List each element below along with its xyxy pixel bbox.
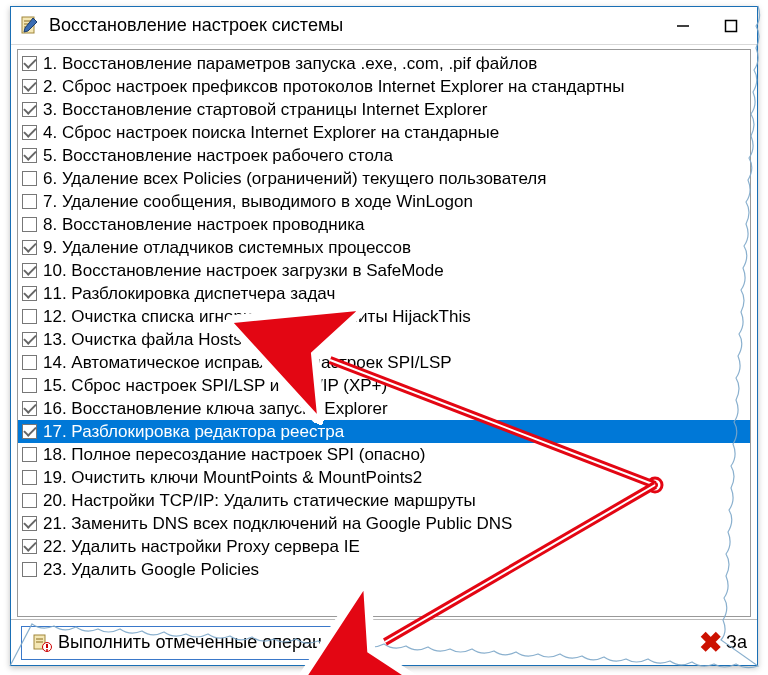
checklist-item-label: 9. Удаление отладчиков системных процесс… xyxy=(43,236,411,259)
checklist-item-label: 15. Сброс настроек SPI/LSP и TCP/IP (XP+… xyxy=(43,374,387,397)
checklist-item-label: 14. Автоматическое исправление настроек … xyxy=(43,351,452,374)
cancel-button[interactable]: ✖ За xyxy=(699,626,747,659)
checklist-item-label: 12. Очистка списка игнорирования утилиты… xyxy=(43,305,471,328)
checklist-item-label: 19. Очистить ключи MountPoints & MountPo… xyxy=(43,466,422,489)
checkbox[interactable] xyxy=(22,562,37,577)
checkbox[interactable] xyxy=(22,56,37,71)
checkbox[interactable] xyxy=(22,217,37,232)
checklist-item[interactable]: 12. Очистка списка игнорирования утилиты… xyxy=(18,305,750,328)
checklist-item-label: 3. Восстановление стартовой страницы Int… xyxy=(43,98,487,121)
checklist-item[interactable]: 18. Полное пересоздание настроек SPI (оп… xyxy=(18,443,750,466)
checkbox[interactable] xyxy=(22,539,37,554)
svg-rect-5 xyxy=(726,20,737,31)
checklist-item[interactable]: 11. Разблокировка диспетчера задач xyxy=(18,282,750,305)
title-bar: Восстановление настроек системы xyxy=(11,7,757,45)
checklist-item-label: 4. Сброс настроек поиска Internet Explor… xyxy=(43,121,499,144)
checkbox[interactable] xyxy=(22,286,37,301)
checklist-item[interactable]: 8. Восстановление настроек проводника xyxy=(18,213,750,236)
checklist-item-label: 23. Удалить Google Policies xyxy=(43,558,259,581)
checkbox[interactable] xyxy=(22,493,37,508)
cancel-label: За xyxy=(726,632,747,653)
checklist-item-label: 13. Очистка файла Hosts xyxy=(43,328,242,351)
checkbox[interactable] xyxy=(22,470,37,485)
checklist-item-label: 17. Разблокировка редактора реестра xyxy=(43,420,344,443)
checklist-item[interactable]: 23. Удалить Google Policies xyxy=(18,558,750,581)
checklist-item-label: 20. Настройки TCP/IP: Удалить статически… xyxy=(43,489,476,512)
checklist-item[interactable]: 21. Заменить DNS всех подключений на Goo… xyxy=(18,512,750,535)
script-exclaim-icon xyxy=(32,633,52,653)
checklist-item[interactable]: 14. Автоматическое исправление настроек … xyxy=(18,351,750,374)
checklist-item[interactable]: 20. Настройки TCP/IP: Удалить статически… xyxy=(18,489,750,512)
svg-point-11 xyxy=(46,649,48,651)
checklist-item[interactable]: 19. Очистить ключи MountPoints & MountPo… xyxy=(18,466,750,489)
checklist-item-label: 10. Восстановление настроек загрузки в S… xyxy=(43,259,444,282)
checklist-item[interactable]: 4. Сброс настроек поиска Internet Explor… xyxy=(18,121,750,144)
checkbox[interactable] xyxy=(22,401,37,416)
checkbox[interactable] xyxy=(22,125,37,140)
checklist-item[interactable]: 13. Очистка файла Hosts xyxy=(18,328,750,351)
maximize-button[interactable] xyxy=(711,11,751,41)
checklist-item[interactable]: 3. Восстановление стартовой страницы Int… xyxy=(18,98,750,121)
checklist-item[interactable]: 16. Восстановление ключа запуска Explore… xyxy=(18,397,750,420)
checklist-item[interactable]: 7. Удаление сообщения, выводимого в ходе… xyxy=(18,190,750,213)
checkbox[interactable] xyxy=(22,148,37,163)
run-button-label: Выполнить отмеченные операции xyxy=(58,632,343,653)
checkbox[interactable] xyxy=(22,171,37,186)
checklist-item-label: 22. Удалить настройки Proxy сервера IE xyxy=(43,535,360,558)
checkbox[interactable] xyxy=(22,424,37,439)
checklist-item[interactable]: 1. Восстановление параметров запуска .ex… xyxy=(18,52,750,75)
checklist-item-label: 16. Восстановление ключа запуска Explore… xyxy=(43,397,388,420)
action-bar: Выполнить отмеченные операции ✖ За xyxy=(11,619,757,665)
checklist-item-label: 11. Разблокировка диспетчера задач xyxy=(43,282,335,305)
checklist-item[interactable]: 2. Сброс настроек префиксов протоколов I… xyxy=(18,75,750,98)
checkbox[interactable] xyxy=(22,332,37,347)
checkbox[interactable] xyxy=(22,516,37,531)
minimize-button[interactable] xyxy=(663,11,703,41)
checkbox[interactable] xyxy=(22,194,37,209)
checklist-item[interactable]: 10. Восстановление настроек загрузки в S… xyxy=(18,259,750,282)
checklist-item-label: 8. Восстановление настроек проводника xyxy=(43,213,364,236)
checkbox[interactable] xyxy=(22,378,37,393)
checkbox[interactable] xyxy=(22,102,37,117)
checklist-item[interactable]: 15. Сброс настроек SPI/LSP и TCP/IP (XP+… xyxy=(18,374,750,397)
checklist-item[interactable]: 6. Удаление всех Policies (ограничений) … xyxy=(18,167,750,190)
checklist-item-label: 5. Восстановление настроек рабочего стол… xyxy=(43,144,393,167)
checklist-item[interactable]: 17. Разблокировка редактора реестра xyxy=(18,420,750,443)
checkbox[interactable] xyxy=(22,263,37,278)
close-icon: ✖ xyxy=(699,626,722,659)
checkbox[interactable] xyxy=(22,309,37,324)
checklist-item[interactable]: 22. Удалить настройки Proxy сервера IE xyxy=(18,535,750,558)
checklist-item[interactable]: 5. Восстановление настроек рабочего стол… xyxy=(18,144,750,167)
checklist-item-label: 1. Восстановление параметров запуска .ex… xyxy=(43,52,537,75)
checkbox[interactable] xyxy=(22,79,37,94)
checkbox[interactable] xyxy=(22,447,37,462)
window: Восстановление настроек системы 1. Восст… xyxy=(10,6,758,666)
checklist-item-label: 2. Сброс настроек префиксов протоколов I… xyxy=(43,75,624,98)
checklist-item-label: 6. Удаление всех Policies (ограничений) … xyxy=(43,167,546,190)
checklist-item-label: 21. Заменить DNS всех подключений на Goo… xyxy=(43,512,512,535)
checklist-item-label: 7. Удаление сообщения, выводимого в ходе… xyxy=(43,190,473,213)
run-selected-button[interactable]: Выполнить отмеченные операции xyxy=(21,626,354,660)
window-title: Восстановление настроек системы xyxy=(49,15,655,36)
checkbox[interactable] xyxy=(22,240,37,255)
app-icon xyxy=(19,15,41,37)
checklist[interactable]: 1. Восстановление параметров запуска .ex… xyxy=(17,49,751,617)
checkbox[interactable] xyxy=(22,355,37,370)
checklist-item-label: 18. Полное пересоздание настроек SPI (оп… xyxy=(43,443,426,466)
checklist-item[interactable]: 9. Удаление отладчиков системных процесс… xyxy=(18,236,750,259)
